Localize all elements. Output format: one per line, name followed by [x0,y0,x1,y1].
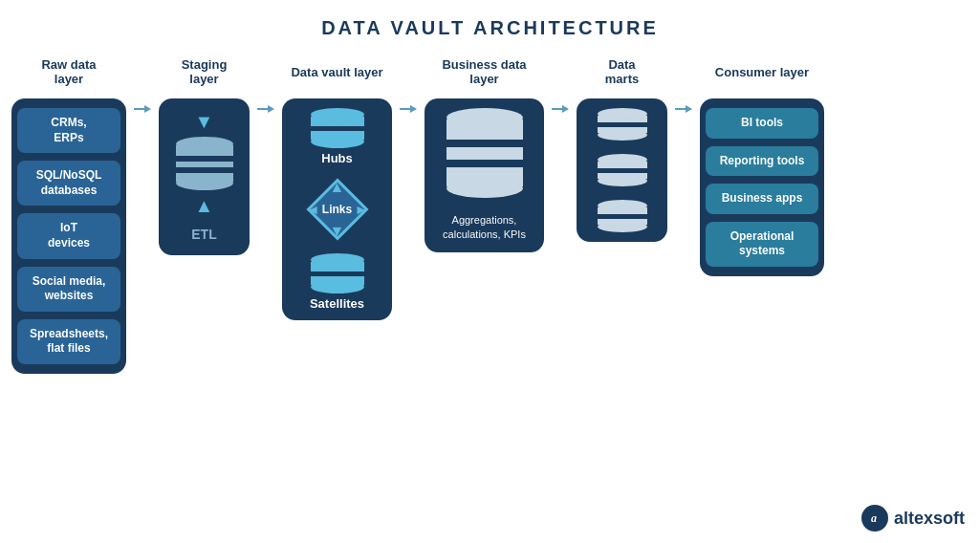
columns-wrapper: Raw datalayer CRMs,ERPs SQL/NoSQLdatabas… [11,54,969,523]
svg-marker-1 [144,105,151,113]
logo-area: a altexsoft [861,505,965,532]
staging-db-top [176,137,233,151]
links-group: ▲ Links ◄ ► ▼ [305,177,370,242]
col-header-staging: Staginglayer [182,54,228,89]
altexsoft-logo-svg: a [866,510,883,527]
marts-db1-top [598,108,647,119]
arrow-2 [257,102,274,116]
business-stripe2 [446,160,523,167]
satellites-db [311,253,364,293]
satellites-group: Satellites [310,253,364,311]
etl-label: ETL [191,227,216,242]
col-header-marts: Datamarts [605,54,639,89]
arrow-2-icon [257,102,274,116]
page-title: DATA VAULT ARCHITECTURE [11,17,969,39]
business-db [446,108,523,198]
aggregations-text: Aggregations,calculations, KPIs [443,213,526,243]
staging-db-stripe1 [176,156,233,162]
chip-crms: CRMs,ERPs [17,108,120,153]
column-raw-data: Raw datalayer CRMs,ERPs SQL/NoSQLdatabas… [11,54,126,374]
chip-sql: SQL/NoSQLdatabases [17,161,120,206]
svg-text:a: a [871,511,877,525]
sat-stripe [311,272,364,276]
svg-marker-7 [562,105,569,113]
hubs-stripe [311,126,364,131]
column-consumer: Consumer layer BI tools Reporting tools … [700,54,824,276]
sat-db-top [311,253,364,267]
arrow-3 [400,102,417,116]
hubs-label: Hubs [321,151,353,165]
col-header-vault: Data vault layer [291,54,382,89]
col-header-consumer: Consumer layer [715,54,809,89]
marts-db3-top [598,200,647,211]
marts-db-2 [598,154,647,186]
svg-marker-5 [410,105,417,113]
chip-reporting: Reporting tools [706,146,818,177]
business-db-top [446,108,523,127]
diagram-container: DATA VAULT ARCHITECTURE Raw datalayer CR… [0,0,980,543]
links-arrow-left: ◄ [307,202,320,217]
chip-business-apps: Business apps [706,184,818,214]
arrow-4-icon [552,102,569,116]
col-header-business: Business datalayer [442,54,526,89]
column-business-data: Business datalayer Aggregations,calculat… [425,54,544,252]
staging-up-arrow-icon: ▲ [195,196,214,215]
svg-marker-9 [686,105,692,113]
staging-db [176,137,233,190]
satellites-label: Satellites [310,296,364,311]
hubs-db-top [311,108,364,121]
marts-db3-stripe [598,214,647,219]
chip-bi-tools: BI tools [706,108,818,139]
svg-marker-3 [268,105,274,113]
column-data-marts: Datamarts [577,54,667,242]
marts-db2-top [598,154,647,165]
arrow-3-icon [400,102,417,116]
chip-iot: IoTdevices [17,213,120,258]
arrow-5 [675,102,692,116]
logo-icon: a [861,505,888,532]
business-stripe1 [446,140,523,147]
col-panel-raw: CRMs,ERPs SQL/NoSQLdatabases IoTdevices … [11,98,126,374]
hubs-db [311,108,364,148]
chip-spreadsheets: Spreadsheets,flat files [17,319,120,364]
marts-db-1 [598,108,647,141]
marts-db1-stripe [598,122,647,127]
hubs-group: Hubs [311,108,364,165]
col-panel-marts [577,98,667,242]
links-arrow-down: ▼ [330,223,345,240]
marts-db2-stripe [598,168,647,173]
arrow-4 [552,102,569,116]
links-arrow-right: ► [355,202,368,217]
chip-social: Social media,websites [17,267,120,312]
business-db-body [446,119,523,186]
column-data-vault: Data vault layer Hubs [282,54,392,320]
arrow-1 [134,102,151,116]
column-staging: Staginglayer ▼ ▲ ETL [159,54,250,255]
arrow-1-icon [134,102,151,116]
col-panel-business: Aggregations,calculations, KPIs [425,98,544,252]
links-text: Links [322,203,352,216]
arrow-5-icon [675,102,692,116]
chip-operational: Operationalsystems [706,222,818,267]
col-panel-consumer: BI tools Reporting tools Business apps O… [700,98,824,276]
links-diamond-container: ▲ Links ◄ ► ▼ [305,177,370,242]
links-arrow-up: ▲ [330,179,345,196]
staging-db-stripe2 [176,167,233,173]
col-panel-vault: Hubs ▲ Links ◄ ► ▼ [282,98,392,320]
col-header-raw: Raw datalayer [41,54,96,89]
logo-text: altexsoft [894,509,965,529]
staging-down-arrow-icon: ▼ [195,112,214,131]
col-panel-staging: ▼ ▲ ETL [159,98,250,255]
marts-db-3 [598,200,647,232]
